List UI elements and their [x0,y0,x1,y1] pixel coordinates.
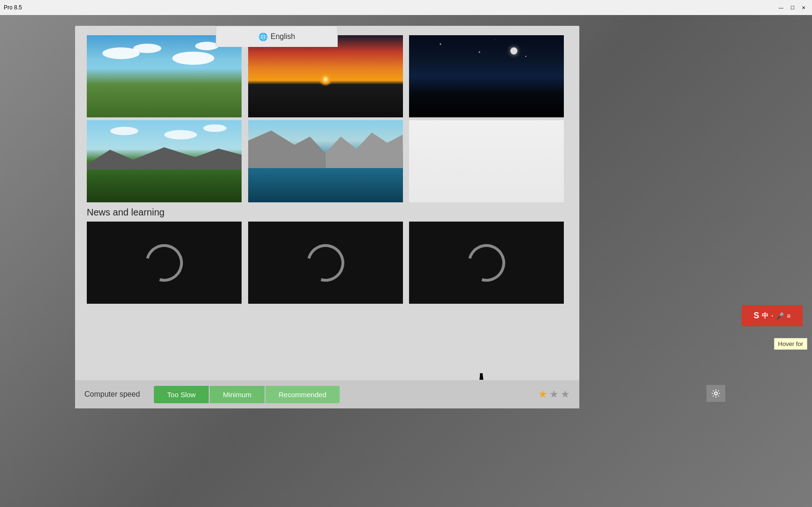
scene-fjord-cell[interactable] [248,120,403,202]
bottom-bar: Computer speed Too Slow Minimum Recommen… [75,380,579,408]
loading-cell-1[interactable] [87,222,242,304]
star-1: ★ [538,388,547,400]
tooltip-text: Hover for [778,340,803,347]
scene-night-cell[interactable] [409,35,564,117]
loading-cell-2[interactable] [248,222,403,304]
scene-empty-cell[interactable] [409,120,564,202]
scene-night-image [409,35,564,117]
sogou-mic-icon: 🎤 [776,312,784,320]
scene-sky-grass-image [87,35,242,117]
spinner-2 [300,237,351,288]
sogou-bar[interactable]: S 中 · 🎤 ≡ [742,305,803,326]
settings-icon[interactable] [706,385,725,402]
spinner-1 [138,237,190,288]
stars-rating: ★ ★ ★ [538,388,570,400]
scene-sunset-cell[interactable] [248,35,403,117]
sogou-s-logo: S [753,311,759,321]
scene-fjord-image [248,120,403,202]
sogou-icon-1: · [771,312,773,320]
moon [510,47,517,54]
close-button[interactable]: ✕ [799,3,808,12]
scene-hills-cell[interactable] [87,120,242,202]
sogou-chinese-label: 中 [762,312,768,320]
loading-cell-3[interactable] [409,222,564,304]
section-label: News and learning [87,207,568,218]
scene-image-grid [87,35,568,202]
minimum-button[interactable]: Minimum [210,386,265,403]
mountain-left [248,129,326,170]
window-controls: — ☐ ✕ [776,3,808,12]
language-label: English [271,32,295,41]
hills-background [87,145,242,170]
water [248,168,403,203]
svg-point-0 [714,392,717,395]
star-3: ★ [561,388,570,400]
scene-empty-image [409,120,564,202]
sun-glow [319,72,333,86]
scene-sky-grass-cell[interactable] [87,35,242,117]
mountain-right [326,129,403,170]
gear-icon [711,389,721,398]
app-title: Pro 8.5 [4,4,776,11]
hover-tooltip: Hover for [774,338,807,350]
section-title-news: News and learning [87,207,568,218]
speed-buttons: Too Slow Minimum Recommended [154,386,339,403]
recommended-button[interactable]: Recommended [266,386,340,403]
minimize-button[interactable]: — [776,3,786,12]
title-bar: Pro 8.5 — ☐ ✕ [0,0,812,15]
language-icon: 🌐 [258,32,268,41]
star-2: ★ [549,388,559,400]
scene-hills-image [87,120,242,202]
scene-sunset-image [248,35,403,117]
loading-grid [87,222,568,304]
computer-speed-label: Computer speed [84,390,140,399]
maximize-button[interactable]: ☐ [788,3,797,12]
sogou-icon-2: ≡ [787,312,790,320]
too-slow-button[interactable]: Too Slow [154,386,209,403]
language-selector[interactable]: 🌐 English [216,26,338,47]
image-grid-section: News and learning [87,35,568,304]
spinner-3 [461,237,512,288]
